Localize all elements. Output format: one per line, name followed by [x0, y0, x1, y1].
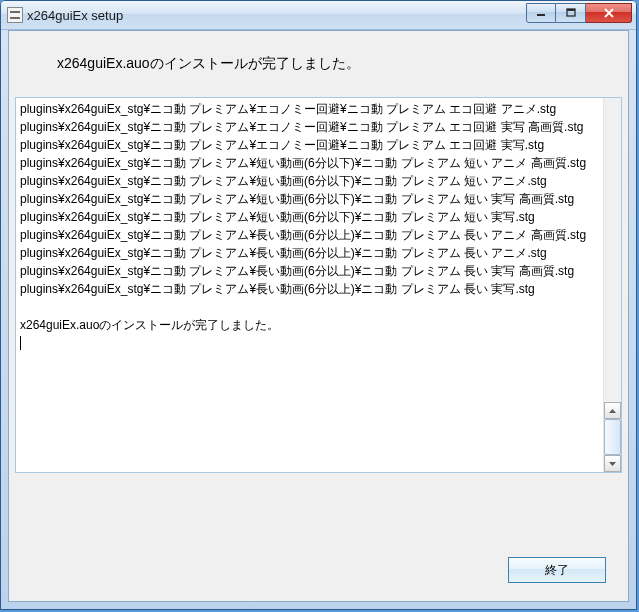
- app-icon: [7, 7, 23, 23]
- text-caret: [20, 336, 21, 350]
- minimize-button[interactable]: [526, 3, 556, 23]
- finish-button[interactable]: 終了: [508, 557, 606, 583]
- app-window: x264guiEx setup x264guiEx.auoのインストールが完了し…: [0, 0, 637, 610]
- close-button[interactable]: [586, 3, 632, 23]
- chevron-down-icon: [609, 462, 616, 466]
- scroll-down-button[interactable]: [604, 455, 621, 472]
- maximize-icon: [566, 8, 576, 18]
- scrollbar-thumb[interactable]: [604, 419, 621, 455]
- install-complete-heading: x264guiEx.auoのインストールが完了しました。: [9, 31, 628, 97]
- window-title: x264guiEx setup: [27, 8, 526, 23]
- window-controls: [526, 3, 632, 23]
- install-log-text[interactable]: plugins¥x264guiEx_stg¥ニコ動 プレミアム¥エコノミー回避¥…: [16, 98, 603, 472]
- log-panel: plugins¥x264guiEx_stg¥ニコ動 プレミアム¥エコノミー回避¥…: [15, 97, 622, 473]
- svg-marker-4: [609, 462, 616, 466]
- chevron-up-icon: [609, 409, 616, 413]
- svg-rect-2: [567, 9, 575, 11]
- svg-rect-0: [537, 14, 545, 16]
- finish-button-label: 終了: [545, 562, 569, 579]
- scroll-up-button[interactable]: [604, 402, 621, 419]
- vertical-scrollbar[interactable]: [603, 98, 621, 472]
- footer: 終了: [9, 473, 628, 601]
- close-icon: [603, 8, 615, 18]
- maximize-button[interactable]: [556, 3, 586, 23]
- minimize-icon: [536, 8, 546, 18]
- svg-marker-3: [609, 409, 616, 413]
- titlebar[interactable]: x264guiEx setup: [1, 1, 636, 30]
- client-area: x264guiEx.auoのインストールが完了しました。 plugins¥x26…: [8, 30, 629, 602]
